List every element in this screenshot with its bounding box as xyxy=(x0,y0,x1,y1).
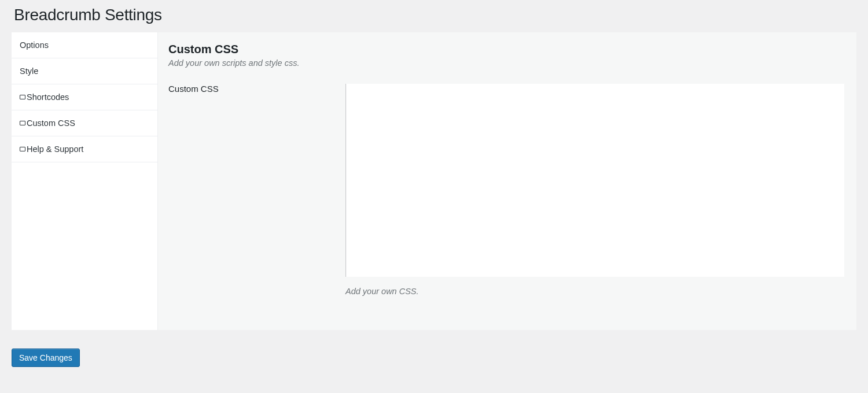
settings-sidebar: Options Style Shortcodes Custom CSS Help… xyxy=(12,32,157,330)
square-icon xyxy=(20,121,25,125)
custom-css-helper: Add your own CSS. xyxy=(345,287,846,296)
square-icon xyxy=(20,147,25,151)
custom-css-textarea[interactable] xyxy=(345,84,844,277)
sidebar-item-label: Style xyxy=(20,66,38,76)
settings-content: Custom CSS Add your own scripts and styl… xyxy=(157,32,856,330)
sidebar-item-label: Shortcodes xyxy=(27,92,69,102)
section-title: Custom CSS xyxy=(168,43,846,56)
save-changes-button[interactable]: Save Changes xyxy=(12,348,80,367)
sidebar-item-label: Help & Support xyxy=(27,144,83,154)
sidebar-item-options[interactable]: Options xyxy=(12,32,157,58)
section-subtitle: Add your own scripts and style css. xyxy=(168,58,846,68)
page-title: Breadcrumb Settings xyxy=(14,6,856,24)
settings-panel: Options Style Shortcodes Custom CSS Help… xyxy=(12,32,856,330)
sidebar-item-style[interactable]: Style xyxy=(12,58,157,84)
sidebar-item-shortcodes[interactable]: Shortcodes xyxy=(12,84,157,110)
sidebar-item-custom-css[interactable]: Custom CSS xyxy=(12,110,157,136)
custom-css-label: Custom CSS xyxy=(168,84,345,94)
sidebar-item-help-support[interactable]: Help & Support xyxy=(12,136,157,162)
square-icon xyxy=(20,95,25,99)
sidebar-item-label: Custom CSS xyxy=(27,118,75,128)
sidebar-item-label: Options xyxy=(20,40,49,50)
custom-css-row: Custom CSS Add your own CSS. xyxy=(168,84,846,296)
